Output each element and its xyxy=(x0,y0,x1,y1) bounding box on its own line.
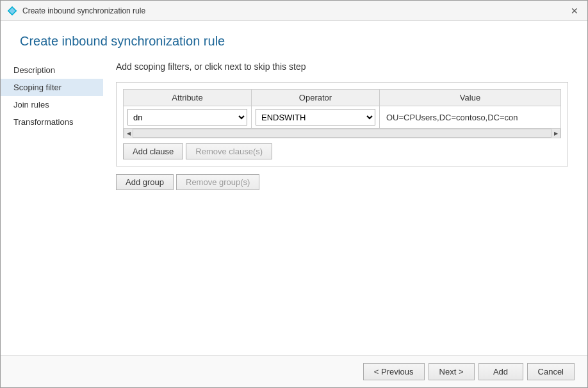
content-area: Create inbound synchronization rule Desc… xyxy=(1,21,587,355)
sidebar-item-scoping-filter[interactable]: Scoping filter xyxy=(1,79,103,96)
clause-buttons: Add clause Remove clause(s) xyxy=(123,143,561,159)
close-button[interactable]: ✕ xyxy=(568,4,581,17)
sidebar-item-transformations[interactable]: Transformations xyxy=(1,113,103,131)
horizontal-scrollbar: ◀ ▶ xyxy=(124,129,560,138)
group-buttons: Add group Remove group(s) xyxy=(116,174,568,190)
table-row: dn cn objectClass sAMAccountName mail xyxy=(124,106,561,129)
cancel-button[interactable]: Cancel xyxy=(527,363,575,380)
col-header-operator: Operator xyxy=(252,90,380,106)
filter-table: Attribute Operator Value dn cn xyxy=(123,89,561,138)
main-body: Description Scoping filter Join rules Tr… xyxy=(1,55,587,355)
col-header-value: Value xyxy=(380,90,561,106)
title-bar-left: Create inbound synchronization rule xyxy=(7,6,145,16)
scrollbar-row: ◀ ▶ xyxy=(124,129,561,138)
title-bar-text: Create inbound synchronization rule xyxy=(22,6,145,15)
sidebar-item-description[interactable]: Description xyxy=(1,61,103,79)
value-input[interactable] xyxy=(384,111,557,124)
page-title: Create inbound synchronization rule xyxy=(1,21,587,55)
attribute-cell: dn cn objectClass sAMAccountName mail xyxy=(124,106,252,129)
remove-clause-button[interactable]: Remove clause(s) xyxy=(186,143,272,159)
add-group-button[interactable]: Add group xyxy=(116,174,174,190)
attribute-select[interactable]: dn cn objectClass sAMAccountName mail xyxy=(127,109,247,125)
remove-group-button[interactable]: Remove group(s) xyxy=(176,174,259,190)
col-header-attribute: Attribute xyxy=(124,90,252,106)
scroll-track[interactable] xyxy=(133,129,551,137)
scroll-left-arrow[interactable]: ◀ xyxy=(124,129,133,138)
operator-select[interactable]: ENDSWITH STARTSWITH EQUALS NOTEQUAL ISNU… xyxy=(256,109,375,125)
filter-group-box: Attribute Operator Value dn cn xyxy=(116,82,568,166)
footer: < Previous Next > Add Cancel xyxy=(1,355,587,387)
sidebar: Description Scoping filter Join rules Tr… xyxy=(1,55,103,355)
scroll-right-arrow[interactable]: ▶ xyxy=(551,129,560,138)
main-window: Create inbound synchronization rule ✕ Cr… xyxy=(0,0,588,388)
previous-button[interactable]: < Previous xyxy=(363,363,425,380)
title-bar: Create inbound synchronization rule ✕ xyxy=(1,1,587,21)
scrollbar-cell: ◀ ▶ xyxy=(124,129,561,138)
section-title: Add scoping filters, or click next to sk… xyxy=(116,61,568,72)
next-button[interactable]: Next > xyxy=(429,363,475,380)
main-content: Add scoping filters, or click next to sk… xyxy=(103,55,587,355)
value-cell xyxy=(380,106,561,129)
add-button[interactable]: Add xyxy=(478,363,523,380)
add-clause-button[interactable]: Add clause xyxy=(123,143,183,159)
app-icon xyxy=(7,6,17,16)
sidebar-item-join-rules[interactable]: Join rules xyxy=(1,96,103,113)
operator-cell: ENDSWITH STARTSWITH EQUALS NOTEQUAL ISNU… xyxy=(252,106,380,129)
